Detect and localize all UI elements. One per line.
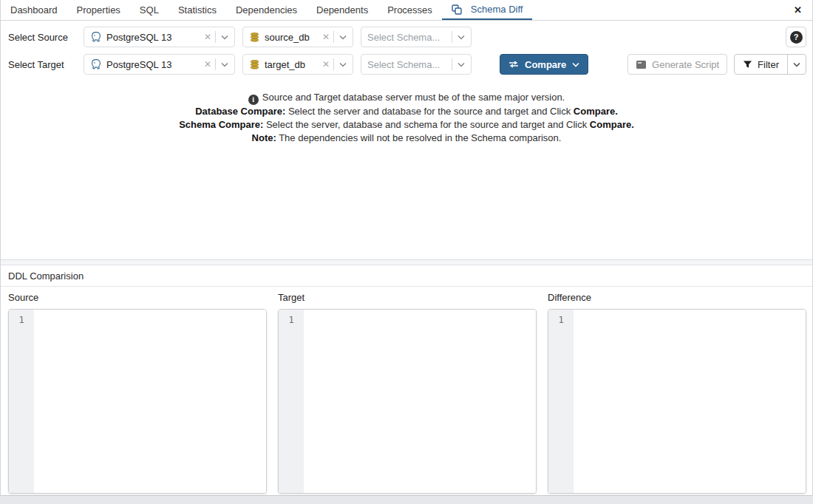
generate-script-button[interactable]: Generate Script — [627, 54, 727, 75]
tab-label: Dashboard — [10, 4, 58, 16]
info-text: Select the server, database and schema f… — [263, 119, 590, 130]
tab-statistics[interactable]: Statistics — [169, 0, 226, 20]
chevron-down-icon[interactable] — [221, 35, 228, 40]
tab-label: Dependencies — [236, 4, 297, 16]
info-bold-compare: Compare. — [590, 119, 634, 130]
tab-label: Properties — [77, 4, 120, 16]
filter-button-label: Filter — [758, 59, 779, 70]
target-schema-select[interactable]: Select Schema... — [361, 54, 472, 75]
editor-content[interactable] — [574, 310, 806, 493]
chevron-down-icon[interactable] — [339, 35, 347, 40]
tab-dashboard[interactable]: Dashboard — [1, 0, 67, 20]
chevron-down-icon — [572, 62, 579, 67]
editor-content[interactable] — [34, 310, 266, 493]
clear-icon[interactable]: ✕ — [322, 59, 330, 69]
select-source-row: Select Source PostgreSQL 13 ✕ source_db … — [8, 27, 806, 47]
source-schema-select[interactable]: Select Schema... — [361, 27, 472, 47]
compare-button[interactable]: Compare — [500, 54, 588, 75]
ddl-difference-editor[interactable]: 1 — [548, 309, 806, 494]
tab-label: Dependents — [316, 4, 368, 16]
source-schema-placeholder: Select Schema... — [367, 32, 452, 43]
help-button[interactable]: ? — [786, 27, 806, 47]
tab-label: Processes — [387, 4, 432, 16]
divider — [333, 31, 334, 43]
target-server-value: PostgreSQL 13 — [106, 59, 203, 70]
target-schema-placeholder: Select Schema... — [367, 59, 452, 70]
postgresql-icon — [90, 31, 102, 43]
chevron-down-icon[interactable] — [457, 35, 465, 40]
info-line-database-compare: Database Compare: Select the server and … — [1, 105, 812, 118]
generate-script-label: Generate Script — [652, 59, 719, 70]
chevron-down-icon[interactable] — [457, 62, 465, 67]
info-block: iSource and Target database server must … — [1, 91, 812, 145]
ddl-source-panel: Source 1 — [8, 291, 267, 494]
ddl-source-editor[interactable]: 1 — [8, 309, 267, 494]
info-bold-database-compare: Database Compare: — [195, 106, 285, 117]
tab-label: Schema Diff — [471, 4, 523, 15]
target-server-select[interactable]: PostgreSQL 13 ✕ — [84, 54, 235, 75]
database-icon — [249, 32, 260, 43]
info-line-schema-compare: Schema Compare: Select the server, datab… — [1, 118, 812, 132]
info-line-note: Note: The dependencies will not be resol… — [1, 132, 812, 145]
divider — [215, 58, 216, 70]
select-target-label: Select Target — [8, 59, 84, 70]
filter-dropdown-button[interactable] — [788, 55, 806, 74]
tab-schema-diff[interactable]: Schema Diff — [442, 0, 533, 20]
info-bold-note: Note: — [252, 132, 276, 143]
tab-sql[interactable]: SQL — [130, 0, 169, 20]
source-database-select[interactable]: source_db ✕ — [242, 27, 353, 47]
chevron-down-icon[interactable] — [221, 62, 228, 67]
line-number-gutter: 1 — [279, 310, 304, 493]
info-icon: i — [248, 95, 259, 105]
target-database-value: target_db — [265, 59, 321, 70]
info-text: The dependencies will not be resolved in… — [276, 132, 562, 143]
ddl-difference-panel: Difference 1 — [548, 291, 806, 494]
divider — [333, 58, 334, 70]
tab-dependents[interactable]: Dependents — [307, 0, 378, 20]
close-icon[interactable]: ✕ — [789, 3, 806, 17]
divider — [215, 31, 216, 43]
line-number: 1 — [18, 315, 24, 325]
ddl-target-editor[interactable]: 1 — [278, 309, 537, 494]
select-target-row: Select Target PostgreSQL 13 ✕ target_db … — [8, 54, 806, 75]
divider — [452, 58, 452, 70]
ddl-comparison-body: Source 1 Target 1 Difference 1 — [1, 287, 812, 495]
compare-arrows-icon — [508, 61, 519, 68]
filter-funnel-icon — [743, 60, 752, 69]
postgresql-icon — [90, 58, 102, 70]
target-row-right-buttons: Generate Script Filter — [627, 54, 806, 75]
select-source-label: Select Source — [8, 32, 84, 43]
tab-processes[interactable]: Processes — [378, 0, 442, 20]
info-line-version-text: Source and Target database server must b… — [262, 92, 565, 103]
line-number-gutter: 1 — [548, 310, 574, 493]
schema-diff-icon — [452, 4, 462, 15]
line-number: 1 — [288, 315, 293, 325]
tab-dependencies[interactable]: Dependencies — [226, 0, 307, 20]
source-server-select[interactable]: PostgreSQL 13 ✕ — [84, 27, 235, 47]
ddl-target-label: Target — [278, 292, 537, 304]
divider — [452, 31, 452, 43]
tab-label: Statistics — [178, 4, 217, 16]
chevron-down-icon — [793, 62, 800, 67]
tab-label: SQL — [140, 4, 159, 16]
info-line-version: iSource and Target database server must … — [1, 91, 812, 105]
ddl-difference-label: Difference — [548, 292, 806, 304]
compare-button-label: Compare — [525, 59, 566, 70]
source-database-value: source_db — [265, 32, 321, 43]
target-database-select[interactable]: target_db ✕ — [242, 54, 353, 75]
info-bold-compare: Compare. — [574, 106, 618, 117]
info-bold-schema-compare: Schema Compare: — [179, 119, 263, 130]
line-number: 1 — [558, 315, 563, 325]
filter-button[interactable]: Filter — [735, 55, 788, 74]
ddl-source-label: Source — [8, 292, 267, 304]
ddl-comparison-section: DDL Comparision Source 1 Target 1 Differ… — [1, 265, 812, 495]
tab-properties[interactable]: Properties — [67, 0, 130, 20]
clear-icon[interactable]: ✕ — [322, 32, 330, 42]
editor-content[interactable] — [304, 310, 536, 493]
clear-icon[interactable]: ✕ — [204, 32, 211, 42]
chevron-down-icon[interactable] — [339, 62, 347, 67]
clear-icon[interactable]: ✕ — [204, 59, 211, 69]
ddl-comparison-title: DDL Comparision — [1, 265, 812, 287]
source-server-value: PostgreSQL 13 — [106, 32, 203, 43]
tab-bar: Dashboard Properties SQL Statistics Depe… — [1, 0, 812, 21]
